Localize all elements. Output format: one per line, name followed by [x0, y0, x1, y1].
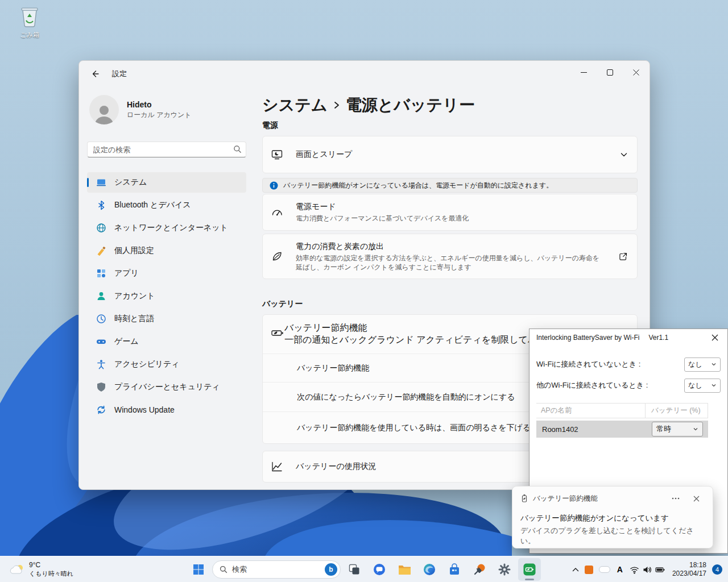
tray-app-pill[interactable]	[596, 559, 613, 580]
quick-settings-button[interactable]	[627, 559, 668, 580]
minimize-button[interactable]	[570, 61, 597, 83]
taskbar: 9°C くもり時々晴れ 検索 b	[0, 556, 728, 582]
sidebar-item-privacy[interactable]: プライバシーとセキュリティ	[87, 377, 246, 397]
ap-table-header: APの名前 バッテリー (%)	[536, 403, 708, 418]
app-close-button[interactable]	[707, 331, 723, 344]
energy-recommendations-card[interactable]: 電力の消費と炭素の放出 効率的な電源の設定を選択する方法を学ぶと、エネルギーの使…	[262, 234, 638, 279]
user-name: Hideto	[127, 100, 192, 109]
table-row[interactable]: Room1402 常時	[536, 421, 708, 438]
app-version: Ver1.1	[648, 334, 668, 342]
gamepad-icon	[96, 336, 106, 347]
power-section-heading: 電源	[262, 120, 638, 131]
app-body: Wi-Fiに接続されていないとき : なし 他のWi-Fiに接続されているとき …	[530, 357, 727, 438]
battery-percent-header[interactable]: バッテリー (%)	[646, 404, 708, 418]
settings-search-input[interactable]	[87, 142, 246, 157]
chevron-up-icon	[572, 567, 579, 572]
power-mode-card[interactable]: 電源モード 電力消費とパフォーマンスに基づいてデバイスを最適化	[262, 194, 638, 231]
notification-count-badge[interactable]: 4	[712, 564, 722, 575]
ime-indicator[interactable]: A	[613, 559, 627, 580]
ap-name-header[interactable]: APの名前	[536, 404, 646, 418]
sidebar-item-network[interactable]: ネットワークとインターネット	[87, 218, 246, 238]
weather-widget[interactable]: 9°C くもり時々晴れ	[5, 556, 78, 582]
sidebar-item-bluetooth[interactable]: Bluetooth とデバイス	[87, 195, 246, 215]
other-wifi-dropdown[interactable]: なし	[684, 379, 721, 393]
close-icon	[712, 334, 718, 341]
task-view-button[interactable]	[343, 558, 366, 581]
clock[interactable]: 18:18 2023/04/17	[668, 561, 711, 578]
bing-icon: b	[325, 563, 337, 576]
weather-condition: くもり時々晴れ	[29, 569, 73, 578]
breadcrumb-parent[interactable]: システム	[262, 94, 328, 116]
breadcrumb-chevron-icon	[333, 100, 340, 110]
plug-app-icon	[473, 563, 486, 576]
start-button[interactable]	[187, 558, 210, 581]
battery-usage-label: バッテリーの使用状況	[296, 462, 377, 472]
tray-app-orange[interactable]	[582, 559, 596, 580]
close-button[interactable]	[623, 61, 649, 83]
file-explorer-button[interactable]	[393, 558, 416, 581]
sidebar-item-personalization[interactable]: 個人用設定	[87, 240, 246, 261]
notification-toast[interactable]: バッテリー節約機能 バッテリー節約機能がオンになっています デバイスのプラグを差…	[512, 486, 713, 548]
battery-saver-app-taskbar-button[interactable]	[518, 558, 541, 581]
energy-subtitle: 効率的な電源の設定を選択する方法を学ぶと、エネルギーの使用量を減らし、バッテリー…	[296, 253, 603, 272]
edge-icon	[423, 563, 436, 576]
screen-sleep-card[interactable]: 画面とスリープ	[262, 136, 638, 173]
sidebar-item-label: プライバシーとセキュリティ	[114, 382, 220, 392]
window-controls	[570, 61, 649, 83]
power-mode-title: 電源モード	[296, 202, 469, 212]
update-icon	[96, 405, 106, 415]
sidebar-item-accessibility[interactable]: アクセシビリティ	[87, 354, 246, 375]
search-icon	[233, 145, 242, 153]
back-button[interactable]	[86, 65, 104, 83]
sidebar-item-apps[interactable]: アプリ	[87, 263, 246, 284]
tray-overflow-button[interactable]	[569, 559, 582, 580]
sidebar-item-windows-update[interactable]: Windows Update	[87, 400, 246, 420]
sidebar-item-label: 個人用設定	[114, 246, 154, 256]
weather-temp: 9°C	[29, 561, 73, 569]
store-button[interactable]	[443, 558, 466, 581]
row-mode-dropdown[interactable]: 常時	[652, 422, 703, 436]
battery-saver-toggle-label: バッテリー節約機能	[297, 363, 369, 373]
account-summary[interactable]: Hideto ローカル アカウント	[87, 95, 246, 124]
maximize-button[interactable]	[597, 61, 623, 83]
sidebar-item-time-language[interactable]: 時刻と言語	[87, 309, 246, 329]
toast-header: バッテリー節約機能	[520, 492, 705, 505]
external-link-icon	[618, 252, 628, 261]
system-tray: A 18:18 2023/04/17	[569, 556, 725, 582]
toast-more-button[interactable]	[667, 492, 684, 505]
toast-close-button[interactable]	[688, 492, 705, 505]
desktop: ごみ箱 設定	[0, 0, 728, 582]
sidebar-item-accounts[interactable]: アカウント	[87, 286, 246, 306]
no-wifi-dropdown[interactable]: なし	[684, 357, 721, 372]
battery-saver-icon	[271, 327, 284, 342]
leaf-icon	[271, 250, 296, 263]
power-mode-info-banner: バッテリー節約機能がオンになっている場合は、電源モードが自動的に設定されます。	[262, 178, 638, 193]
taskbar-center: 検索 b	[187, 556, 541, 582]
ap-name-cell: Room1402	[536, 425, 578, 434]
screen-sleep-icon	[271, 148, 296, 161]
plug-app-button[interactable]	[468, 558, 491, 581]
settings-taskbar-button[interactable]	[493, 558, 516, 581]
chevron-down-icon[interactable]	[620, 151, 628, 159]
pill-app-icon	[599, 566, 610, 573]
settings-sidebar: Hideto ローカル アカウント システム	[87, 87, 246, 422]
chat-button[interactable]	[368, 558, 391, 581]
toast-message: バッテリー節約機能がオンになっています	[520, 513, 705, 523]
taskbar-search[interactable]: 検索 b	[212, 560, 341, 579]
sidebar-item-gaming[interactable]: ゲーム	[87, 331, 246, 352]
battery-usage-chart-icon	[271, 460, 296, 473]
window-title: 設定	[112, 69, 127, 79]
search-icon	[220, 566, 228, 573]
close-icon	[633, 69, 639, 76]
sidebar-item-label: ネットワークとインターネット	[114, 223, 228, 233]
system-icon	[96, 177, 106, 188]
recycle-bin-icon[interactable]: ごみ箱	[13, 3, 47, 39]
sidebar-item-system[interactable]: システム	[87, 172, 246, 193]
no-wifi-setting-row: Wi-Fiに接続されていないとき : なし	[536, 357, 721, 372]
sidebar-item-label: アプリ	[114, 268, 139, 278]
breadcrumb: システム 電源とバッテリー	[262, 94, 638, 117]
app-title: Interlocking BatterySaver by Wi-Fi	[536, 334, 639, 342]
edge-browser-button[interactable]	[418, 558, 441, 581]
settings-nav: システム Bluetooth とデバイス ネットワークとインターネット	[87, 172, 246, 420]
sidebar-item-label: アクセシビリティ	[114, 359, 180, 369]
